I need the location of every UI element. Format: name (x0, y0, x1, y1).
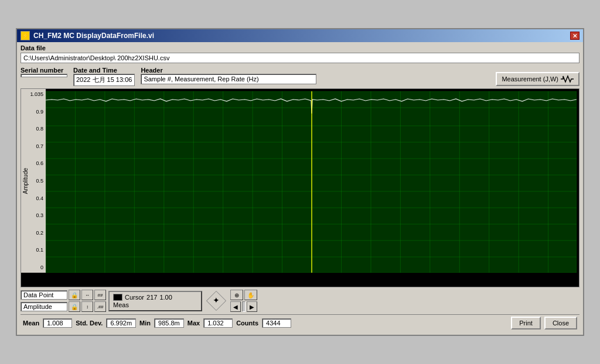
info-row: Serial number Date and Time 2022 七月 15 1… (21, 67, 579, 86)
y-axis-title: Amplitude (22, 168, 29, 194)
y-decimal-button[interactable]: .## (94, 301, 106, 312)
cursor-icon (113, 294, 122, 301)
x-decimal-button[interactable]: ## (94, 290, 106, 300)
data-file-path[interactable]: C:\Users\Administrator\Desktop\ 200hz2XI… (21, 53, 579, 63)
date-time-label: Date and Time (73, 67, 135, 74)
nav-diamond-icon: ✦ (206, 290, 227, 311)
cursor-sub-label: Meas (113, 301, 129, 308)
data-file-label: Data file (21, 44, 579, 51)
scroll-left-arrow[interactable]: ◀ (230, 301, 241, 312)
title-bar: ⚡ CH_FM2 MC DisplayDataFromFile.vi ✕ (17, 29, 583, 42)
scroll-right-arrow[interactable]: ▶ (247, 301, 257, 312)
x-lock-button[interactable]: 🔒 (69, 290, 80, 300)
chart-plot[interactable] (46, 91, 577, 273)
cursor-label: Cursor (125, 294, 144, 301)
x-axis-control-row: Data Point 🔒 ↔ ## (21, 290, 106, 300)
axis-controls: Data Point 🔒 ↔ ## Amplitude 🔒 ↕ .## (21, 290, 106, 312)
x-axis-label[interactable]: Data Point (21, 290, 67, 300)
nav-buttons: ⊕ ✋ ◀ ▶ (230, 290, 257, 312)
max-value: 1.032 (203, 318, 233, 328)
counts-value: 4344 (262, 318, 291, 328)
data-trace (46, 99, 577, 114)
measurement-label: Measurement (J,W) (502, 75, 558, 83)
scrollbar-track[interactable] (242, 301, 246, 312)
x-format-button[interactable]: ↔ (81, 290, 93, 300)
counts-label: Counts (236, 320, 258, 327)
nav-bottom-row: ◀ ▶ (230, 301, 257, 312)
zoom-plus-button[interactable]: ⊕ (230, 290, 243, 300)
serial-number-field: Serial number (21, 67, 67, 77)
min-value: 985.8m (154, 318, 184, 328)
cursor-bottom-row: Meas (113, 301, 197, 308)
serial-number-label: Serial number (21, 67, 67, 74)
stats-bar: Mean 1.008 Std. Dev. 6.992m Min 985.8m M… (21, 314, 579, 331)
header-field: Header Sample #, Measurement, Rep Rate (… (141, 67, 316, 84)
pan-button[interactable]: ✋ (244, 290, 257, 300)
bottom-controls: Data Point 🔒 ↔ ## Amplitude 🔒 ↕ .## Curs… (21, 290, 579, 312)
header-value[interactable]: Sample #, Measurement, Rep Rate (Hz) (141, 74, 316, 84)
header-label: Header (141, 67, 316, 74)
x-axis-title: Data Point (287, 280, 314, 287)
window-title: CH_FM2 MC DisplayDataFromFile.vi (33, 32, 154, 40)
mean-label: Mean (23, 320, 39, 327)
main-window: ⚡ CH_FM2 MC DisplayDataFromFile.vi ✕ Dat… (16, 28, 584, 336)
chart-svg (46, 91, 577, 273)
cursor-display: Cursor 217 1.00 Meas (108, 291, 202, 311)
std-dev-label: Std. Dev. (76, 320, 103, 327)
min-label: Min (139, 320, 151, 327)
waveform-icon (561, 75, 574, 83)
serial-number-value[interactable] (21, 74, 67, 77)
chart-container: 1.035 0.9 0.8 0.7 0.6 0.5 0.4 0.3 0.2 0.… (21, 88, 579, 287)
close-button[interactable]: Close (544, 317, 577, 329)
close-window-button[interactable]: ✕ (570, 32, 579, 40)
y-axis-control-row: Amplitude 🔒 ↕ .## (21, 301, 106, 312)
print-button[interactable]: Print (511, 317, 541, 329)
svg-text:✦: ✦ (213, 296, 220, 305)
nav-top-row: ⊕ ✋ (230, 290, 257, 300)
y-format-button[interactable]: ↕ (81, 301, 93, 312)
date-time-field: Date and Time 2022 七月 15 13:06 (73, 67, 135, 86)
cursor-value1: 217 (146, 294, 157, 301)
date-time-value[interactable]: 2022 七月 15 13:06 (73, 74, 135, 86)
cursor-value2: 1.00 (159, 294, 172, 301)
y-lock-button[interactable]: 🔒 (69, 301, 80, 312)
measurement-button[interactable]: Measurement (J,W) (496, 72, 579, 86)
nav-diamond-button[interactable]: ✦ (204, 290, 228, 311)
max-label: Max (188, 320, 200, 327)
std-dev-value: 6.992m (106, 318, 136, 328)
mean-value: 1.008 (43, 318, 72, 328)
y-axis-label[interactable]: Amplitude (21, 302, 67, 311)
app-icon: ⚡ (21, 31, 30, 40)
cursor-top-row: Cursor 217 1.00 (113, 294, 197, 301)
